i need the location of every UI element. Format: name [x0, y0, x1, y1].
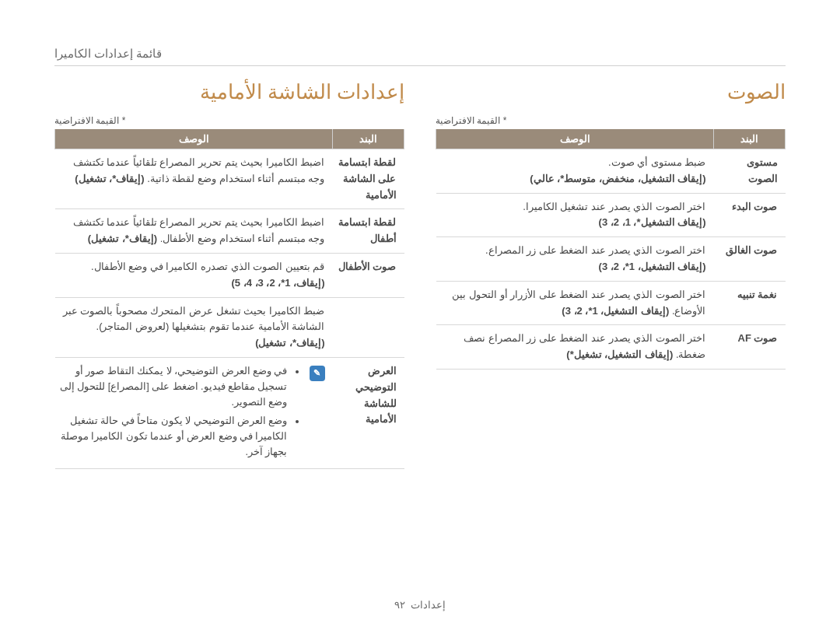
breadcrumb: قائمة إعدادات الكاميرا [54, 47, 786, 66]
note-item: وضع العرض التوضيحي لا يكون متاحاً في حال… [60, 413, 288, 460]
front-title: إعدادات الشاشة الأمامية [54, 80, 404, 104]
table-row: نغمة تنبيه اختر الصوت الذي يصدر عند الضغ… [436, 281, 786, 325]
item-cell: نغمة تنبيه [714, 281, 786, 325]
item-cell: لقطة ابتسامة أطفال [333, 209, 404, 254]
item-cell: صوت AF [714, 325, 786, 370]
note-list: في وضع العرض التوضيحي، لا يمكنك التقاط ص… [60, 363, 302, 463]
col-item: البند [333, 129, 404, 149]
desc-cell: اختر الصوت الذي يصدر عند تشغيل الكاميرا.… [436, 193, 714, 237]
table-row: صوت AF اختر الصوت الذي يصدر عند الضغط عل… [436, 325, 786, 370]
info-icon: ✎ [310, 366, 325, 381]
front-section: إعدادات الشاشة الأمامية * القيمة الافترا… [54, 80, 404, 469]
sound-title: الصوت [436, 80, 786, 104]
demo-item: العرض التوضيحي للشاشة الأمامية [333, 357, 404, 468]
table-row: لقطة ابتسامة أطفال اضبط الكاميرا بحيث يت… [55, 209, 404, 254]
table-row: صوت الأطفال قم بتعيين الصوت الذي تصدره ا… [55, 253, 404, 297]
item-cell: صوت الأطفال [333, 253, 404, 297]
desc-cell: ضبط الكاميرا بحيث تشغل عرض المتحرك مصحوب… [55, 297, 333, 357]
desc-cell: قم بتعيين الصوت الذي تصدره الكاميرا في و… [55, 253, 333, 297]
table-row: مستوى الصوت ضبط مستوى أي صوت. (إيقاف الت… [436, 149, 786, 194]
footer-label: إعدادات [411, 599, 446, 611]
item-cell [333, 297, 404, 357]
default-note: * القيمة الافتراضية [436, 115, 786, 126]
table-row: العرض التوضيحي للشاشة الأمامية ✎ في وضع … [55, 357, 404, 468]
desc-cell: اختر الصوت الذي يصدر عند الضغط على زر ال… [436, 237, 714, 282]
col-desc: الوصف [55, 129, 333, 149]
sound-section: الصوت * القيمة الافتراضية البند الوصف مس… [436, 80, 786, 469]
item-cell: لقطة ابتسامة على الشاشة الأمامية [333, 149, 404, 209]
item-cell: مستوى الصوت [714, 149, 786, 194]
default-note: * القيمة الافتراضية [54, 115, 404, 126]
table-row: صوت الغالق اختر الصوت الذي يصدر عند الضغ… [436, 237, 786, 282]
sound-table: البند الوصف مستوى الصوت ضبط مستوى أي صوت… [436, 129, 786, 370]
desc-cell: اختر الصوت الذي يصدر عند الضغط على زر ال… [436, 325, 714, 370]
table-row: لقطة ابتسامة على الشاشة الأمامية اضبط ال… [55, 149, 404, 209]
col-desc: الوصف [436, 129, 714, 149]
item-cell: صوت البدء [714, 193, 786, 237]
desc-cell: اختر الصوت الذي يصدر عند الضغط على الأزر… [436, 281, 714, 325]
desc-cell: اضبط الكاميرا بحيث يتم تحرير المصراع تلق… [55, 209, 333, 254]
desc-cell: ضبط مستوى أي صوت. (إيقاف التشغيل، منخفض،… [436, 149, 714, 194]
front-table: البند الوصف لقطة ابتسامة على الشاشة الأم… [54, 129, 404, 469]
page-number: ٩٢ [394, 599, 405, 611]
note-item: في وضع العرض التوضيحي، لا يمكنك التقاط ص… [60, 363, 288, 410]
desc-cell: ✎ في وضع العرض التوضيحي، لا يمكنك التقاط… [55, 357, 333, 468]
col-item: البند [714, 129, 786, 149]
item-cell: صوت الغالق [714, 237, 786, 282]
page-footer: إعدادات ٩٢ [0, 599, 840, 611]
table-row: صوت البدء اختر الصوت الذي يصدر عند تشغيل… [436, 193, 786, 237]
desc-cell: اضبط الكاميرا بحيث يتم تحرير المصراع تلق… [55, 149, 333, 209]
table-row: ضبط الكاميرا بحيث تشغل عرض المتحرك مصحوب… [55, 297, 404, 357]
